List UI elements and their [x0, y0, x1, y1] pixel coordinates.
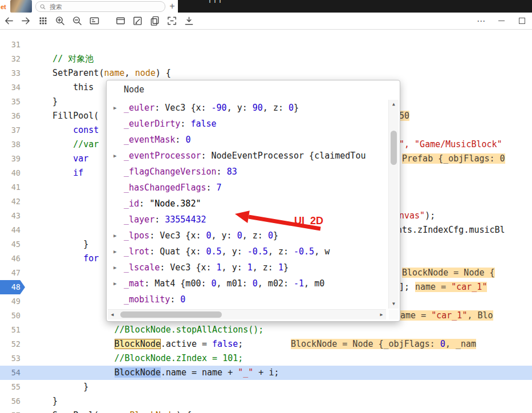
property-value-token: -1: [294, 278, 304, 289]
gutter-line-number[interactable]: 50: [0, 309, 25, 323]
gutter-line-number[interactable]: 44: [0, 223, 25, 237]
code-line[interactable]: // 对象池: [25, 52, 532, 66]
vertical-scrollbar[interactable]: ▲ ▼: [388, 100, 399, 309]
code-line[interactable]: }: [25, 394, 532, 408]
gutter-line-number[interactable]: 39: [0, 152, 25, 166]
property-row[interactable]: ▶_eventProcessor: NodeEventProcessor {cl…: [107, 148, 386, 164]
gutter-line-number[interactable]: 41: [0, 180, 25, 195]
code-token: name: [99, 410, 119, 413]
object-preview-popup: Node ▶_euler: Vec3 {x: -90, y: 90, z: 0}…: [106, 80, 400, 322]
scroll-right-icon[interactable]: ▶: [377, 310, 386, 319]
zoom-in-button[interactable]: [51, 14, 68, 28]
gutter-line-number[interactable]: 31: [0, 38, 25, 52]
minimize-button[interactable]: [491, 14, 511, 28]
screen-button[interactable]: [86, 14, 103, 28]
code-line[interactable]: BlockNode.active = false;BlockNode = Nod…: [25, 337, 532, 351]
expand-arrow-icon[interactable]: ▶: [113, 148, 116, 164]
gutter-line-number[interactable]: 40: [0, 166, 25, 180]
gutter-line-number[interactable]: 38: [0, 137, 25, 152]
property-row[interactable]: _id: "Node.382": [107, 196, 386, 212]
code-line[interactable]: BlockNode.name = name + "_" + i;: [25, 366, 532, 380]
code-token: "car_1": [451, 282, 487, 292]
code-line[interactable]: SavePool(name, BlockNode) {: [25, 408, 532, 413]
gutter-line-number[interactable]: 32: [0, 52, 25, 66]
gutter-line-number[interactable]: 35: [0, 95, 25, 109]
gutter-line-number[interactable]: 56: [0, 394, 25, 408]
property-value-token: 33554432: [165, 214, 206, 225]
horizontal-scrollbar-thumb[interactable]: [120, 311, 222, 318]
maximize-button[interactable]: [511, 14, 532, 28]
expand-arrow-icon[interactable]: ▶: [113, 260, 116, 276]
scroll-up-icon[interactable]: ▲: [389, 100, 399, 109]
copy-page-button[interactable]: [146, 14, 163, 28]
code-line[interactable]: //BlockNode.zIndex = 101;: [25, 351, 532, 366]
horizontal-scrollbar[interactable]: ◀ ▶: [108, 309, 386, 319]
gutter-line-number[interactable]: 34: [0, 80, 25, 95]
property-value-token: 0.5: [206, 246, 222, 257]
code-token: ,: [125, 68, 135, 78]
overflow-menu-button[interactable]: ⋯: [472, 16, 491, 26]
gutter-line-number[interactable]: 36: [0, 109, 25, 123]
property-row[interactable]: _eventMask: 0: [107, 132, 386, 148]
gutter-line-number[interactable]: 49: [0, 294, 25, 309]
code-line[interactable]: [25, 38, 532, 52]
property-value-token: "Node.382": [149, 199, 201, 209]
forward-arrow-icon: [21, 15, 31, 26]
property-value-token: Quat {x:: [160, 246, 206, 257]
code-line[interactable]: //BlockNode.stopAllActions();: [25, 323, 532, 337]
property-colon: :: [155, 103, 165, 113]
expand-arrow-icon[interactable]: ▶: [113, 100, 116, 116]
property-row[interactable]: _layer: 33554432: [107, 212, 386, 228]
capture-area-button[interactable]: [163, 14, 180, 28]
gutter-line-number[interactable]: 33: [0, 66, 25, 80]
gutter-line-number[interactable]: 46: [0, 252, 25, 266]
gutter-line-number[interactable]: 52: [0, 337, 25, 351]
property-name: _flagChangeVersion: [124, 167, 217, 177]
apps-grid-button[interactable]: [34, 14, 51, 28]
expand-arrow-icon[interactable]: ▶: [113, 276, 116, 291]
gutter-line-number[interactable]: 45: [0, 237, 25, 252]
gutter-line-number[interactable]: 51: [0, 323, 25, 337]
property-row[interactable]: _eulerDirty: false: [107, 116, 386, 132]
back-button[interactable]: [0, 14, 17, 28]
zoom-out-button[interactable]: [68, 14, 86, 28]
forward-button[interactable]: [17, 14, 34, 28]
vertical-scrollbar-thumb[interactable]: [391, 131, 397, 165]
scroll-left-icon[interactable]: ◀: [108, 310, 117, 319]
property-row[interactable]: ▶_mat: Mat4 {m00: 0, m01: 0, m02: -1, m0: [107, 276, 386, 291]
new-tab-button[interactable]: +: [168, 0, 177, 13]
gutter-line-number[interactable]: 37: [0, 123, 25, 137]
tab-title[interactable]: TTT: [208, 0, 532, 5]
code-line[interactable]: SetParent(name, node) {: [25, 66, 532, 80]
open-window-button[interactable]: [112, 14, 129, 28]
code-fragment: name = "car_1", Blo: [395, 309, 493, 323]
gutter-line-number[interactable]: 55: [0, 380, 25, 394]
gutter-line-number[interactable]: 53: [0, 351, 25, 366]
toolbar: ⋯: [0, 13, 532, 30]
gutter-line-number[interactable]: 43: [0, 209, 25, 223]
search-box[interactable]: [35, 1, 165, 12]
download-button[interactable]: [180, 14, 197, 28]
expand-arrow-icon[interactable]: ▶: [113, 244, 116, 260]
property-row[interactable]: _hasChangedFlags: 7: [107, 180, 386, 196]
property-row[interactable]: ▶_euler: Vec3 {x: -90, y: 90, z: 0}: [107, 100, 386, 116]
property-row[interactable]: _flagChangeVersion: 83: [107, 164, 386, 180]
property-row[interactable]: ▶_lpos: Vec3 {x: 0, y: 0, z: 0}: [107, 228, 386, 244]
gutter-line-number[interactable]: 47: [0, 266, 25, 280]
gutter-line-number[interactable]: 57: [0, 408, 25, 413]
code-line[interactable]: }: [25, 380, 532, 394]
gutter-line-number[interactable]: 48: [0, 280, 25, 294]
code-token: [32, 253, 83, 264]
avatar[interactable]: [10, 0, 32, 13]
gutter-line-number[interactable]: 54: [0, 366, 25, 380]
property-row[interactable]: ▶_lrot: Quat {x: 0.5, y: -0.5, z: -0.5, …: [107, 244, 386, 260]
property-row[interactable]: _mobility: 0: [107, 291, 386, 307]
property-value-token: , m01:: [217, 278, 253, 289]
property-value-token: 0: [206, 230, 212, 241]
property-row[interactable]: ▶_lscale: Vec3 {x: 1, y: 1, z: 1}: [107, 260, 386, 276]
expand-arrow-icon[interactable]: ▶: [113, 228, 116, 244]
edit-button[interactable]: [129, 14, 146, 28]
search-input[interactable]: [48, 3, 153, 11]
gutter-line-number[interactable]: 42: [0, 195, 25, 209]
scroll-down-icon[interactable]: ▼: [389, 299, 399, 309]
